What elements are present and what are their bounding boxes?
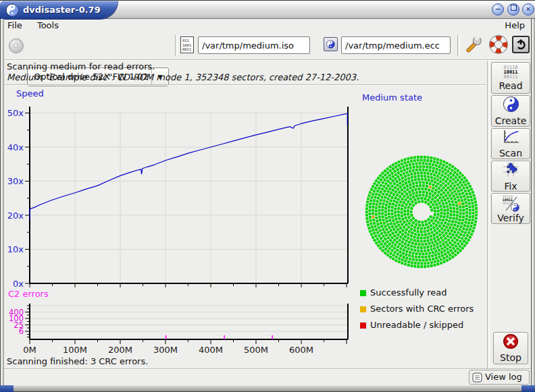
svg-text:200M: 200M — [108, 345, 132, 355]
svg-text:10x: 10x — [7, 244, 24, 254]
legend-label: Unreadable / skipped — [370, 320, 463, 330]
close-icon: ✕ — [526, 5, 531, 13]
svg-text:6: 6 — [19, 327, 24, 336]
svg-text:300M: 300M — [153, 345, 178, 355]
read-button[interactable]: 01110 10011 00111 Read — [491, 62, 530, 94]
svg-text:50x: 50x — [7, 108, 24, 118]
header-divider — [4, 84, 486, 86]
speed-chart-title: Speed — [16, 88, 44, 99]
binary-text-icon: 01110 10011 00111 — [503, 65, 517, 80]
fix-button-label: Fix — [504, 181, 517, 192]
svg-text:25: 25 — [14, 320, 24, 330]
menu-help[interactable]: Help — [499, 20, 531, 31]
preferences-wrench-icon[interactable] — [463, 34, 484, 56]
app-logo-yinyang-icon — [5, 3, 19, 17]
maximize-icon — [511, 5, 517, 11]
read-button-label: Read — [499, 80, 522, 91]
minimize-icon: − — [495, 5, 501, 13]
red-cross-circle-icon — [503, 333, 519, 352]
window-corner-right — [521, 385, 535, 392]
window-border-right — [531, 19, 535, 385]
svg-text:600M: 600M — [289, 345, 313, 355]
finished-status-line: Scanning finished: 3 CRC errors. — [7, 356, 148, 366]
minimize-button[interactable]: − — [492, 3, 504, 16]
scan-button[interactable]: Scan — [491, 128, 530, 159]
scan-status-line: Scanning medium for read errors. — [7, 61, 155, 72]
verify-button-label: Verify — [497, 213, 524, 223]
svg-text:400M: 400M — [199, 345, 223, 355]
binary-vs-yinyang-icon: 01110 10011 00111 — [502, 194, 519, 212]
stop-button-label: Stop — [500, 352, 521, 363]
legend-swatch-green — [360, 290, 366, 296]
svg-text:30x: 30x — [7, 176, 24, 186]
legend-item-unreadable: Unreadable / skipped — [360, 320, 488, 332]
puzzle-piece-icon — [502, 161, 519, 180]
legend-label: Successfully read — [370, 287, 447, 298]
medium-info-line: Medium "Example disc": CD-ROM mode 1, 35… — [7, 72, 359, 82]
close-button[interactable]: ✕ — [522, 3, 534, 16]
help-lifesaver-icon[interactable] — [488, 34, 509, 56]
iso-file-input[interactable] — [198, 36, 310, 54]
verify-button[interactable]: 01110 10011 00111 Verify — [491, 193, 530, 224]
legend-item-ok: Successfully read — [360, 287, 488, 300]
svg-text:100M: 100M — [63, 345, 87, 355]
app-window: dvdisaster-0.79 − ✕ File Tools Help Opti… — [0, 0, 535, 392]
log-list-icon — [472, 372, 482, 385]
legend-swatch-red — [360, 323, 366, 329]
window-title: dvdisaster-0.79 — [23, 1, 101, 19]
yin-yang-icon — [503, 96, 519, 115]
svg-text:100: 100 — [9, 314, 24, 323]
create-button[interactable]: Create — [491, 95, 530, 127]
medium-state-disc-map — [362, 152, 481, 271]
scan-button-label: Scan — [499, 148, 522, 159]
svg-text:400: 400 — [9, 308, 24, 317]
svg-text:40x: 40x — [7, 142, 24, 152]
legend-item-crc: Sectors with CRC errors — [360, 304, 488, 316]
menu-tools[interactable]: Tools — [31, 20, 65, 31]
menu-bar: File Tools Help — [0, 20, 535, 32]
sidebar-divider — [487, 61, 490, 369]
svg-text:0M: 0M — [23, 345, 36, 355]
toolbar-divider — [0, 59, 535, 61]
cd-disc-icon — [9, 38, 24, 53]
title-bar: dvdisaster-0.79 − ✕ — [0, 0, 535, 19]
ecc-file-icon — [324, 37, 338, 51]
c2-errors-title: C2 errors — [8, 289, 49, 299]
legend-swatch-amber — [360, 306, 366, 312]
toolbar: Optical drive 52X FW 1.02 ▼ 01110010011 — [0, 32, 535, 59]
iso-image-icon: 01110010011 — [180, 36, 194, 53]
view-log-label: View log — [485, 372, 522, 382]
window-border-bottom — [0, 385, 535, 392]
ecc-file-input[interactable] — [341, 36, 451, 54]
menu-file[interactable]: File — [1, 20, 28, 31]
toolbar-separator — [175, 35, 178, 56]
toolbar-separator — [457, 35, 460, 56]
speed-graph-icon — [502, 129, 519, 147]
svg-text:0x: 0x — [13, 279, 24, 289]
svg-text:20x: 20x — [7, 211, 24, 221]
legend-label: Sectors with CRC errors — [370, 304, 474, 314]
medium-state-title: Medium state — [362, 92, 422, 103]
window-corner-left — [0, 385, 14, 392]
create-button-label: Create — [495, 115, 527, 126]
svg-text:500M: 500M — [244, 345, 268, 355]
fix-button[interactable]: Fix — [491, 161, 530, 192]
footer-divider — [4, 368, 531, 370]
quit-power-icon[interactable] — [512, 36, 530, 53]
view-log-button[interactable]: View log — [469, 370, 530, 385]
maximize-button[interactable] — [507, 3, 519, 16]
stop-button[interactable]: Stop — [493, 332, 528, 364]
window-border-left — [0, 19, 4, 385]
